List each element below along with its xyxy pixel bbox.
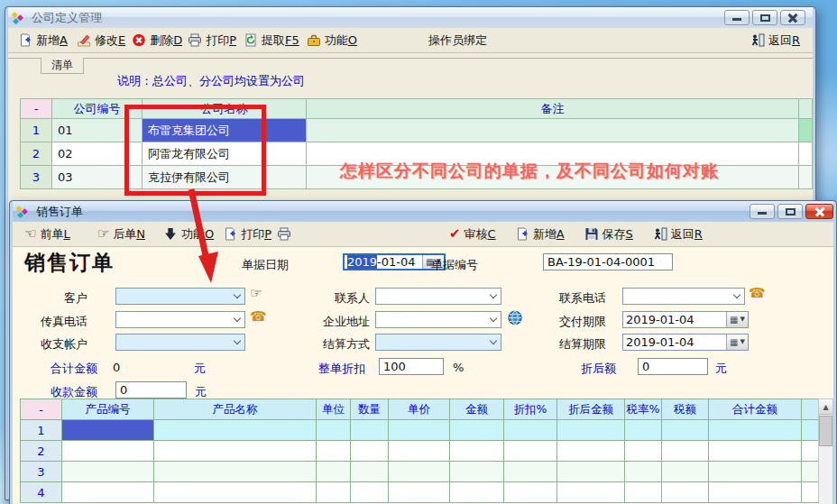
grid-cell[interactable] xyxy=(62,441,154,462)
account-combo[interactable] xyxy=(115,334,245,351)
grid-cell[interactable] xyxy=(504,462,557,482)
maximize-icon[interactable] xyxy=(752,10,777,25)
close-icon[interactable] xyxy=(780,10,805,25)
grid-cell[interactable] xyxy=(625,482,662,503)
grid-cell[interactable] xyxy=(625,462,662,482)
maximize-icon[interactable] xyxy=(777,204,803,219)
phone-icon[interactable]: ☎ xyxy=(250,310,266,325)
grid-cell[interactable] xyxy=(154,462,317,482)
printer-icon[interactable] xyxy=(277,227,291,241)
minimize-icon[interactable] xyxy=(750,204,775,219)
return-button[interactable]: 返回R xyxy=(750,32,800,49)
grid-cell[interactable] xyxy=(625,420,662,441)
grid-cell[interactable] xyxy=(504,420,557,441)
phone-icon[interactable]: ☎ xyxy=(749,287,765,302)
save-button[interactable]: 保存S xyxy=(584,226,633,243)
calendar-icon[interactable]: ▦▼ xyxy=(726,312,748,327)
contact-phone-combo[interactable] xyxy=(622,288,745,305)
grid-cell[interactable] xyxy=(557,441,625,462)
grid-cell[interactable] xyxy=(557,482,625,503)
print-button[interactable]: 打印P xyxy=(188,32,236,49)
grid-cell[interactable] xyxy=(351,462,389,482)
row-number[interactable]: 1 xyxy=(21,119,52,142)
grid-cell[interactable] xyxy=(317,462,351,482)
grid-cell[interactable] xyxy=(450,482,504,503)
grid-cell[interactable] xyxy=(351,482,389,503)
grid-cell[interactable] xyxy=(662,420,709,441)
grid-cell-amount[interactable] xyxy=(709,441,802,462)
grid-cell[interactable] xyxy=(504,441,557,462)
grid-row-number[interactable]: 4 xyxy=(21,482,62,503)
doc-no-field[interactable]: BA-19-01-04-0001 xyxy=(543,253,673,270)
grid-cell[interactable] xyxy=(317,482,351,503)
add-button[interactable]: 新增A xyxy=(18,32,68,49)
grid-cell[interactable] xyxy=(389,441,450,462)
hand-point-icon[interactable]: ☞ xyxy=(250,287,266,302)
grid-row-number[interactable]: 3 xyxy=(21,462,62,482)
calendar-icon[interactable]: ▦▼ xyxy=(726,334,748,350)
grid-cell[interactable] xyxy=(450,420,504,441)
grid-cell-selected[interactable] xyxy=(62,420,154,441)
grid-row-number[interactable]: 2 xyxy=(21,441,62,462)
discounted-input[interactable]: 0 xyxy=(638,358,708,375)
grid-cell[interactable] xyxy=(317,441,351,462)
grid-cell[interactable] xyxy=(504,482,557,503)
row-number[interactable]: 3 xyxy=(21,166,52,189)
grid-cell[interactable] xyxy=(662,462,709,482)
minimize-icon[interactable] xyxy=(724,10,750,25)
settle-date-field[interactable]: 2019-01-04 ▦▼ xyxy=(622,334,749,351)
fax-combo[interactable] xyxy=(115,311,245,328)
grid-cell[interactable] xyxy=(154,441,317,462)
customer-combo[interactable] xyxy=(115,288,245,305)
return-button[interactable]: 返回R xyxy=(653,226,703,243)
received-input[interactable]: 0 xyxy=(115,381,187,399)
operator-binding-button[interactable]: 操作员绑定 xyxy=(428,32,487,49)
grid-cell[interactable] xyxy=(154,482,317,503)
audit-button[interactable]: ✔ 审核C xyxy=(449,226,496,243)
delete-button[interactable]: 删除D xyxy=(132,32,182,49)
grid-cell[interactable] xyxy=(154,420,317,441)
grid-header-discounted-amount: 折后金额 xyxy=(557,399,625,420)
scroll-up-icon[interactable]: ▲ xyxy=(819,399,832,415)
close-icon[interactable] xyxy=(805,204,833,219)
grid-cell[interactable] xyxy=(351,420,389,441)
tab-list[interactable]: 清单 xyxy=(41,58,84,74)
grid-cell[interactable] xyxy=(62,462,154,482)
next-doc-button[interactable]: ☞ 后单N xyxy=(97,226,145,243)
extract-button[interactable]: 提取F5 xyxy=(244,32,299,49)
grid-cell[interactable] xyxy=(662,441,709,462)
grid-cell[interactable] xyxy=(450,462,504,482)
grid-cell-amount[interactable] xyxy=(709,482,802,503)
company-titlebar[interactable]: ◆◆◆ 公司定义管理 xyxy=(8,7,813,28)
grid-row-number[interactable]: 1 xyxy=(21,420,62,441)
edit-button[interactable]: 修改E xyxy=(77,32,125,49)
grid-cell-amount[interactable] xyxy=(709,420,802,441)
grid-cell[interactable] xyxy=(62,482,154,503)
address-combo[interactable] xyxy=(375,311,501,328)
remark-cell[interactable] xyxy=(307,119,799,142)
grid-cell[interactable] xyxy=(389,482,450,503)
grid-cell[interactable] xyxy=(450,441,504,462)
grid-cell[interactable] xyxy=(351,441,389,462)
scrollbar-thumb[interactable] xyxy=(819,416,832,446)
delivery-date-field[interactable]: 2019-01-04 ▦▼ xyxy=(622,311,749,328)
globe-icon[interactable] xyxy=(507,310,523,325)
function-button[interactable]: 功能O xyxy=(307,32,357,49)
grid-cell[interactable] xyxy=(625,441,662,462)
grid-cell[interactable] xyxy=(389,462,450,482)
contact-combo[interactable] xyxy=(375,288,501,305)
add-button[interactable]: 新增A xyxy=(515,226,565,243)
grid-cell[interactable] xyxy=(317,420,351,441)
grid-cell[interactable] xyxy=(557,420,625,441)
order-titlebar[interactable]: ◆◆◆ 销售订单 xyxy=(13,201,833,222)
discount-input[interactable]: 100 xyxy=(379,358,444,375)
settle-method-combo[interactable] xyxy=(375,334,501,351)
grid-cell-amount[interactable] xyxy=(709,462,802,482)
grid-cell[interactable] xyxy=(389,420,450,441)
prev-doc-button[interactable]: ☜ 前单L xyxy=(24,226,70,243)
vertical-scrollbar[interactable]: ▲ xyxy=(818,399,833,504)
grid-cell[interactable] xyxy=(662,482,709,503)
doc-date-rest: -01-04 xyxy=(377,255,415,269)
grid-cell[interactable] xyxy=(557,462,625,482)
row-number[interactable]: 2 xyxy=(21,142,52,166)
